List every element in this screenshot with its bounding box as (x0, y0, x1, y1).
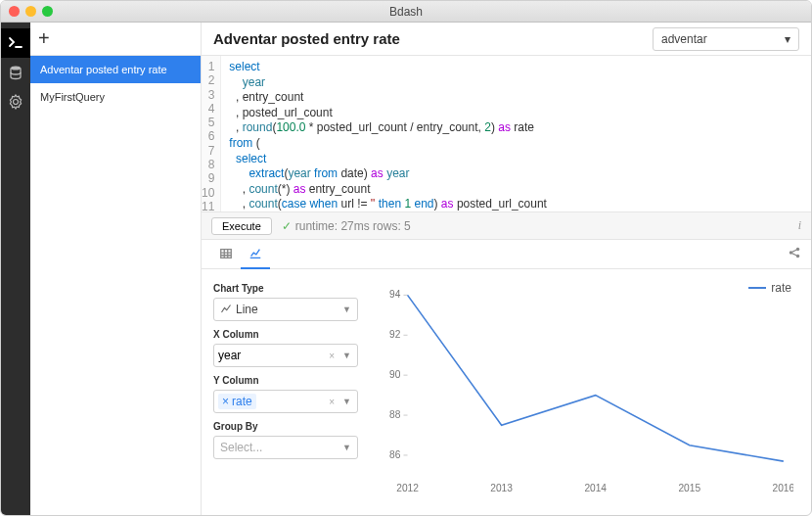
datasource-value: adventar (661, 32, 707, 46)
svg-point-2 (789, 251, 793, 255)
tab-chart[interactable] (241, 240, 270, 269)
group-by-label: Group By (213, 421, 358, 432)
x-column-select[interactable]: year × ▼ (213, 344, 358, 367)
line-gutter: 1234567891011121314 (202, 56, 221, 211)
chevron-down-icon: ▼ (342, 305, 351, 314)
remove-tag-icon[interactable]: × (222, 395, 229, 408)
svg-text:88: 88 (389, 409, 401, 420)
chevron-down-icon: ▾ (785, 32, 790, 46)
execute-bar: Execute ✓ runtime: 27ms rows: 5 i (202, 212, 811, 240)
chart-type-label: Chart Type (213, 283, 358, 294)
database-icon (8, 65, 23, 80)
sql-editor[interactable]: 1234567891011121314 select year , entry_… (202, 56, 811, 212)
svg-text:2013: 2013 (490, 483, 513, 493)
svg-point-4 (796, 255, 800, 258)
svg-text:2016: 2016 (773, 483, 793, 493)
svg-rect-1 (221, 249, 232, 258)
code-area[interactable]: select year , entry_count , posted_url_c… (221, 56, 555, 211)
legend-label: rate (771, 281, 791, 295)
add-query-button[interactable]: + (38, 27, 50, 50)
x-column-label: X Column (213, 329, 358, 340)
result-tabs (202, 240, 811, 269)
line-icon (220, 304, 232, 315)
y-column-label: Y Column (213, 375, 358, 386)
titlebar: Bdash (1, 1, 811, 23)
terminal-icon (8, 35, 23, 51)
svg-point-0 (11, 67, 21, 70)
share-button[interactable] (788, 246, 801, 262)
nav-datasources[interactable] (1, 58, 30, 87)
line-chart: 868890929420122013201420152016 (376, 279, 793, 505)
result-area: Chart Type Line ▼ X Column year × ▼ Y Co… (202, 269, 811, 515)
info-icon[interactable]: i (798, 218, 801, 233)
svg-text:2015: 2015 (678, 483, 700, 493)
clear-icon[interactable]: × (327, 397, 337, 407)
chart-config: Chart Type Line ▼ X Column year × ▼ Y Co… (202, 269, 370, 515)
svg-text:86: 86 (389, 449, 401, 460)
svg-text:90: 90 (389, 369, 401, 380)
header: Adventar posted entry rate adventar ▾ (202, 23, 811, 56)
query-sidebar: + Adventar posted entry rateMyFirstQuery (30, 23, 202, 515)
legend-swatch (748, 287, 766, 289)
sidebar-item-1[interactable]: MyFirstQuery (30, 83, 201, 111)
svg-text:2012: 2012 (396, 483, 419, 493)
main-pane: Adventar posted entry rate adventar ▾ 12… (202, 23, 811, 515)
share-icon (788, 246, 801, 259)
chevron-down-icon: ▼ (340, 351, 353, 360)
group-by-select[interactable]: Select... ▼ (213, 436, 358, 459)
y-tag: × rate (218, 394, 256, 409)
chart-legend: rate (748, 281, 791, 295)
execute-button[interactable]: Execute (211, 217, 272, 235)
svg-text:92: 92 (389, 329, 401, 340)
gear-icon (8, 94, 23, 110)
nav-queries[interactable] (1, 28, 30, 58)
clear-icon[interactable]: × (327, 351, 337, 361)
tab-table[interactable] (211, 240, 241, 269)
chevron-down-icon: ▼ (342, 443, 351, 452)
chart-type-select[interactable]: Line ▼ (213, 298, 358, 321)
y-column-select[interactable]: × rate × ▼ (213, 390, 358, 413)
table-icon (219, 247, 233, 260)
svg-text:94: 94 (389, 289, 401, 300)
chart-canvas: rate 868890929420122013201420152016 (370, 269, 811, 515)
svg-text:2014: 2014 (584, 483, 607, 493)
exec-status: ✓ runtime: 27ms rows: 5 (282, 219, 411, 233)
sidebar-toolbar: + (30, 23, 201, 56)
svg-point-3 (796, 248, 800, 252)
nav-settings[interactable] (1, 87, 30, 117)
window-title: Bdash (1, 5, 811, 19)
chart-icon (248, 247, 262, 260)
sidebar-item-0[interactable]: Adventar posted entry rate (30, 56, 201, 83)
chevron-down-icon: ▼ (340, 397, 353, 406)
page-title: Adventar posted entry rate (213, 30, 643, 47)
check-icon: ✓ (282, 219, 292, 233)
nav-rail (1, 23, 30, 515)
datasource-select[interactable]: adventar ▾ (653, 27, 799, 51)
